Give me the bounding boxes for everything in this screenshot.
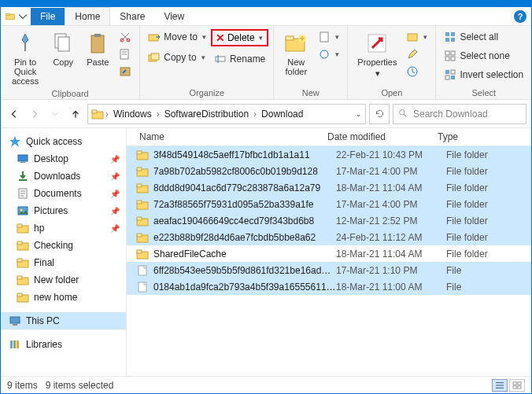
svg-rect-19 (320, 32, 328, 42)
forward-button[interactable] (26, 105, 43, 123)
file-row[interactable]: 8ddd8d9041ac6d779c283878a6a12a7918-Mar-2… (127, 179, 531, 196)
help-icon[interactable]: ? (514, 10, 526, 23)
tab-file[interactable]: File (31, 8, 65, 25)
file-row[interactable]: e223b88b9f28d4d6ae7fcbdb5bbe8a6224-Feb-2… (127, 229, 531, 245)
sidebar-item-label: Desktop (34, 153, 68, 164)
copy-button[interactable]: Copy (46, 29, 79, 68)
file-list[interactable]: 3f48d549148c5aeff17bfbc1db1a1a1122-Feb-2… (127, 146, 531, 376)
file-row[interactable]: 0184ab1da9fca2b793a4b5f39a16555611 08...… (127, 278, 531, 295)
column-date[interactable]: Date modified (327, 131, 438, 142)
address-bar[interactable]: › Windows › SoftwareDistribution › Downl… (87, 104, 366, 124)
file-row[interactable]: 72a3f88565f75931d095a52ba339a1fe17-Mar-2… (127, 196, 531, 212)
open-button[interactable]: ▾ (403, 29, 430, 45)
copypath-icon (119, 48, 131, 61)
crumb-softwaredistribution[interactable]: SoftwareDistribution (161, 109, 252, 120)
tab-share[interactable]: Share (110, 8, 154, 25)
properties-button[interactable]: Properties▾ (353, 29, 401, 79)
arrow-right-icon (29, 109, 40, 120)
invert-selection-button[interactable]: Invert selection (441, 67, 526, 83)
easy-access-button[interactable]: ▾ (315, 46, 342, 62)
new-item-button[interactable]: ▾ (315, 29, 342, 45)
cut-button[interactable] (116, 29, 135, 45)
ribbon: Pin to Quickaccess Copy Paste Clipboard … (1, 26, 531, 100)
history-button[interactable] (403, 64, 430, 79)
svg-rect-32 (445, 70, 449, 74)
sidebar-this-pc[interactable]: This PC (1, 312, 126, 330)
sidebar-item-documents[interactable]: Documents📌 (1, 185, 126, 202)
svg-rect-79 (513, 385, 516, 388)
move-to-button[interactable]: Move to▾ (145, 29, 209, 45)
folder-icon (136, 165, 149, 178)
svg-rect-80 (518, 385, 521, 388)
sidebar-item-downloads[interactable]: Downloads📌 (1, 168, 126, 185)
file-date: 17-Mar-21 4:00 PM (336, 166, 446, 177)
sidebar-item-label: hp (34, 223, 44, 234)
file-date: 22-Feb-21 10:43 PM (336, 149, 446, 160)
svg-rect-58 (10, 341, 13, 348)
svg-rect-49 (17, 241, 22, 245)
view-large-button[interactable] (509, 379, 525, 392)
file-name: aeafac190466649cc4ecd79f343bd6b8 (153, 215, 336, 226)
svg-rect-22 (408, 34, 417, 41)
sidebar-item-icon (17, 222, 29, 234)
pin-icon: 📌 (110, 155, 120, 164)
copy-path-button[interactable] (116, 46, 135, 62)
paste-shortcut-button[interactable] (116, 64, 135, 79)
crumb-windows[interactable]: Windows (110, 109, 155, 120)
pin-quick-access-button[interactable]: Pin to Quickaccess (6, 29, 45, 87)
dropdown-icon[interactable] (18, 12, 28, 21)
column-name[interactable]: Name (127, 131, 327, 142)
file-row[interactable]: 7a98b702ab5982cf8006c0b019b9d12817-Mar-2… (127, 163, 531, 179)
sidebar-item-label: Pictures (34, 205, 68, 216)
file-name: 72a3f88565f75931d095a52ba339a1fe (153, 199, 336, 210)
sidebar-item-icon (17, 187, 29, 200)
svg-rect-34 (445, 75, 449, 79)
properties-label: Properties (357, 57, 397, 67)
tab-view[interactable]: View (154, 8, 194, 25)
edit-button[interactable] (403, 46, 430, 62)
svg-rect-51 (17, 259, 22, 262)
sidebar-item-final[interactable]: Final (1, 254, 126, 271)
svg-rect-42 (19, 179, 27, 181)
sidebar-item-desktop[interactable]: Desktop📌 (1, 150, 126, 168)
crumb-download[interactable]: Download (258, 109, 306, 120)
file-type: File folder (446, 232, 488, 243)
sidebar-item-new-home[interactable]: new home (1, 289, 126, 306)
file-row[interactable]: 3f48d549148c5aeff17bfbc1db1a1a1122-Feb-2… (127, 146, 531, 163)
recent-button[interactable] (46, 105, 64, 123)
history-icon (406, 65, 419, 78)
select-none-button[interactable]: Select none (441, 48, 526, 64)
refresh-button[interactable] (369, 104, 390, 124)
sidebar-item-icon (17, 204, 29, 217)
file-name: SharedFileCache (153, 249, 336, 260)
back-button[interactable] (6, 105, 23, 123)
clipboard-group-label: Clipboard (6, 87, 135, 98)
svg-rect-74 (137, 250, 142, 253)
new-folder-button[interactable]: Newfolder (279, 29, 313, 78)
folder-icon (136, 248, 149, 260)
sidebar-libraries[interactable]: Libraries (1, 336, 126, 353)
view-details-button[interactable] (492, 379, 508, 392)
delete-button[interactable]: ✕ Delete ▾ (211, 29, 268, 46)
file-row[interactable]: SharedFileCache18-Mar-21 11:04 AMFile fo… (127, 245, 531, 262)
search-input[interactable]: Search Download (393, 104, 526, 124)
tab-home[interactable]: Home (65, 7, 110, 25)
sidebar-item-checking[interactable]: Checking (1, 237, 126, 254)
file-date: 17-Mar-21 1:10 PM (336, 265, 446, 276)
rename-button[interactable]: Rename (211, 51, 268, 67)
sidebar-item-new-folder[interactable]: New folder (1, 271, 126, 289)
select-all-button[interactable]: Select all (441, 29, 526, 45)
paste-button[interactable]: Paste (81, 29, 114, 68)
column-type[interactable]: Type (438, 131, 531, 142)
ribbon-group-open: Properties▾ ▾ Open (348, 26, 436, 99)
sidebar-item-pictures[interactable]: Pictures📌 (1, 202, 126, 219)
sidebar-item-hp[interactable]: hp📌 (1, 219, 126, 237)
up-button[interactable] (67, 105, 84, 123)
svg-rect-66 (137, 184, 142, 187)
svg-rect-62 (137, 151, 142, 154)
copy-to-button[interactable]: Copy to▾ (145, 50, 209, 65)
file-row[interactable]: 6ff28b543ee59b5b5f9d861fd321be16adb8...1… (127, 262, 531, 278)
file-row[interactable]: aeafac190466649cc4ecd79f343bd6b812-Mar-2… (127, 212, 531, 229)
address-dropdown[interactable]: ⌄ (356, 110, 362, 118)
sidebar-quick-access[interactable]: Quick access (1, 133, 126, 150)
